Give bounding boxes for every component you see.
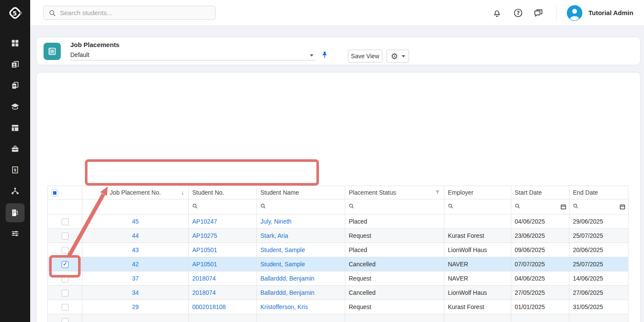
student-name-link[interactable]: Kristofferson, Kris [260,303,308,310]
table-row[interactable]: 29 0002018108 Kristofferson, Kris Reques… [48,300,628,314]
global-search-input[interactable] [60,6,211,19]
filter-cell-placement-status[interactable] [345,199,444,215]
table-row[interactable]: 45 AP10247 July, Nineth Placed 04/06/202… [48,215,628,229]
student-name-link[interactable]: Student, Sample [260,261,305,268]
user-name[interactable]: Tutorial Admin [588,0,633,26]
col-header-end-date[interactable]: End Date [569,186,628,199]
messages-button[interactable] [533,7,544,19]
col-header-start-date[interactable]: Start Date [511,186,569,199]
filter-cell-student-no[interactable] [189,199,257,215]
placement-status-cell: Cancelled [345,257,444,271]
sidebar-item-panels[interactable] [6,118,25,137]
select-all-checkbox[interactable] [51,189,58,196]
svg-text:?: ? [517,10,520,16]
placements-table: Job Placement No.↓ Student No. Student N… [47,186,628,322]
col-header-student-name[interactable]: Student Name [257,186,345,199]
row-checkbox[interactable] [62,275,69,282]
end-date-cell: 25/07/2025 [569,257,628,271]
placement-no-link[interactable]: 37 [132,275,139,282]
view-settings-button[interactable]: ⚙ [387,50,409,63]
avatar[interactable] [567,5,582,21]
user-avatar-icon [567,5,582,21]
app-logo-icon[interactable]: 5 [6,3,25,22]
filter-cell-end-date[interactable] [569,199,628,215]
sidebar-item-company[interactable] [6,203,25,222]
table-row[interactable]: 37 2018074 Ballarddd, Benjamin Request N… [48,271,628,286]
search-icon [49,9,56,17]
col-header-employer[interactable]: Employer [444,186,511,199]
placement-no-link[interactable]: 42 [132,261,139,268]
search-icon [515,203,520,209]
documents-icon [11,81,19,90]
end-date-cell: 31/05/2025 [569,300,628,314]
col-header-placement-no[interactable]: Job Placement No.↓ [82,186,189,199]
student-no-link[interactable]: 2018074 [192,289,216,296]
placement-no-link[interactable]: 44 [132,232,139,239]
table-row-selected[interactable]: 42 AP10501 Student, Sample Cancelled NAV… [48,257,628,271]
sidebar: 5 $ [0,0,30,322]
sidebar-item-settings[interactable] [6,224,25,243]
topbar-divider [556,4,556,22]
student-no-link[interactable]: 0002018108 [192,303,226,310]
calendar-icon[interactable] [560,204,566,211]
graduation-cap-icon [10,102,20,111]
placement-status-cell: Placed [345,215,444,229]
employer-cell: LionWolf Haus [444,243,511,257]
student-name-link[interactable]: Ballarddd, Benjamin [260,275,314,282]
table-row[interactable]: 43 AP10501 Student, Sample Placed LionWo… [48,243,628,257]
row-checkbox[interactable] [62,318,69,322]
sidebar-item-education[interactable] [6,97,25,116]
col-header-placement-status[interactable]: Placement Status [345,186,444,199]
row-checkbox[interactable] [62,261,69,268]
employer-cell: Kurast Forest [444,300,511,314]
student-name-link[interactable]: Ballarddd, Benjamin [260,289,314,296]
table-row[interactable]: 44 AP10275 Stark, Aria Request Kurast Fo… [48,229,628,243]
org-network-icon [11,187,19,196]
row-checkbox[interactable] [62,247,69,254]
filter-funnel-icon[interactable] [435,189,441,197]
sort-desc-icon[interactable]: ↓ [181,189,184,196]
row-checkbox[interactable] [62,290,69,297]
table-list-icon [47,47,57,56]
save-view-button[interactable]: Save View [348,50,382,63]
view-selector-value: Default [70,51,89,58]
student-name-link[interactable]: Student, Sample [260,246,305,253]
sidebar-item-briefcase[interactable] [6,139,25,158]
notifications-button[interactable] [491,7,503,19]
filter-cell-student-name[interactable] [257,199,345,215]
student-no-link[interactable]: AP10501 [192,261,217,268]
start-date-cell: 23/06/2025 [511,229,569,243]
student-no-link[interactable]: 2018074 [192,275,216,282]
global-search[interactable] [43,6,216,20]
filter-cell-start-date[interactable] [511,199,569,215]
student-no-link[interactable]: AP10501 [192,246,217,253]
table-row-partial[interactable] [48,314,628,322]
start-date-cell: 04/06/2025 [511,215,569,229]
view-selector[interactable]: Default [70,51,315,60]
pin-view-button[interactable] [321,51,328,61]
placement-no-link[interactable]: 29 [132,303,139,310]
filter-cell-placement-no[interactable] [82,199,189,215]
student-name-link[interactable]: Stark, Aria [260,232,288,239]
filter-cell-employer[interactable] [444,199,511,215]
chevron-down-icon [402,55,405,57]
placement-no-link[interactable]: 43 [132,246,139,253]
placement-no-link[interactable]: 34 [132,289,139,296]
student-name-link[interactable]: July, Nineth [260,218,291,225]
row-checkbox[interactable] [62,218,69,225]
select-all-header[interactable] [48,186,82,199]
sidebar-item-documents[interactable] [6,76,25,95]
sidebar-item-dashboard[interactable] [6,34,25,53]
sidebar-item-network[interactable] [6,182,25,201]
help-button[interactable]: ? [513,7,524,19]
student-no-link[interactable]: AP10247 [192,218,217,225]
table-row[interactable]: 34 2018074 Ballarddd, Benjamin Cancelled… [48,286,628,300]
row-checkbox[interactable] [62,304,69,311]
student-no-link[interactable]: AP10275 [192,232,217,239]
sidebar-item-billing[interactable]: $ [6,161,25,180]
placement-no-link[interactable]: 45 [132,218,139,225]
calendar-icon[interactable] [619,204,625,211]
sidebar-item-contacts[interactable] [6,55,25,74]
row-checkbox[interactable] [62,233,69,240]
col-header-student-no[interactable]: Student No. [189,186,257,199]
